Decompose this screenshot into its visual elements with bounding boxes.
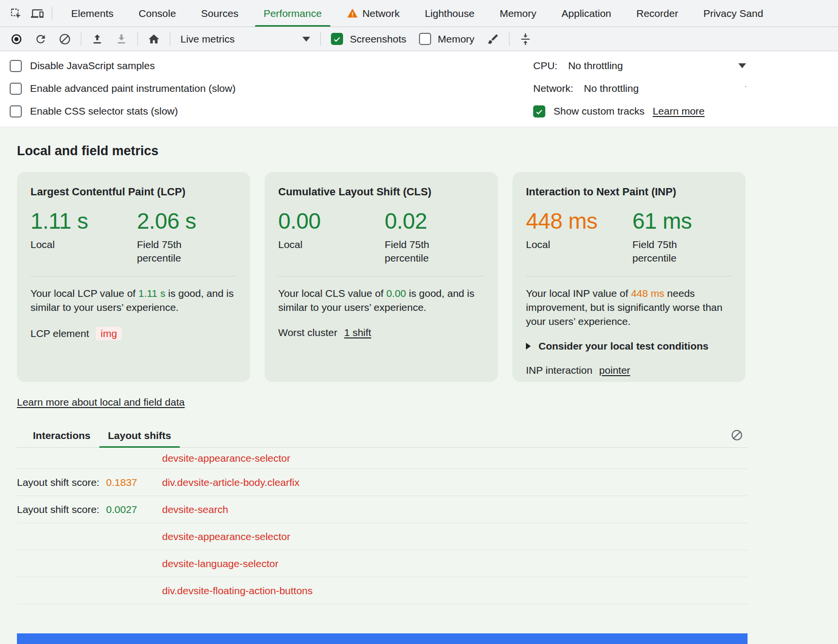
clear-icon[interactable] (53, 29, 76, 49)
tab-application[interactable]: Application (549, 0, 624, 27)
home-icon[interactable] (142, 29, 165, 49)
divider (509, 32, 509, 46)
history-mode-select[interactable]: Live metrics (175, 30, 316, 48)
tab-recorder[interactable]: Recorder (624, 0, 690, 27)
advanced-paint-row: Enable advanced paint instrumentation (s… (10, 81, 236, 96)
inp-card-title: Interaction to Next Paint (INP) (526, 186, 732, 198)
advanced-paint-label: Enable advanced paint instrumentation (s… (30, 83, 236, 94)
gc-brush-icon[interactable] (481, 29, 505, 49)
performance-toolbar: Live metrics Screenshots Memory (0, 27, 838, 51)
advanced-paint-checkbox[interactable] (10, 83, 22, 95)
local-field-metrics-heading: Local and field metrics (17, 144, 838, 159)
local-test-conditions-disclosure[interactable]: Consider your local test conditions (526, 340, 732, 352)
reload-record-icon[interactable] (29, 29, 52, 49)
divider (52, 7, 52, 20)
custom-tracks-learn-more-link[interactable]: Learn more (653, 105, 704, 117)
learn-more-local-field-link[interactable]: Learn more about local and field data (17, 396, 185, 408)
screenshots-checkbox[interactable] (331, 33, 343, 45)
worst-cluster-link[interactable]: 1 shift (344, 327, 371, 338)
screenshot-strip (17, 633, 748, 644)
tab-privacy-sandbox[interactable]: Privacy Sand (691, 0, 776, 27)
tab-interactions[interactable]: Interactions (24, 430, 99, 447)
shift-node-link[interactable]: devsite-appearance-selector (162, 531, 290, 542)
layout-shift-log: devsite-appearance-selector Layout shift… (17, 448, 838, 604)
shift-node-link[interactable]: devsite-appearance-selector (162, 453, 290, 464)
inp-interaction-label: INP interaction (526, 365, 592, 376)
tab-lighthouse[interactable]: Lighthouse (412, 0, 487, 27)
css-selector-stats-label: Enable CSS selector stats (slow) (30, 105, 178, 117)
history-mode-value: Live metrics (180, 33, 235, 45)
screenshots-checkbox-row: Screenshots (325, 33, 412, 45)
live-metrics-panel: Local and field metrics Largest Contentf… (0, 127, 838, 644)
shift-node-link[interactable]: div.devsite-article-body.clearfix (162, 477, 299, 488)
memory-checkbox[interactable] (419, 33, 431, 45)
chevron-down-icon (738, 63, 746, 68)
cls-field-value: 0.02 (385, 208, 457, 234)
tab-network[interactable]: Network (334, 0, 412, 27)
inp-field-value: 61 ms (632, 208, 705, 234)
cls-card-title: Cumulative Layout Shift (CLS) (278, 186, 484, 198)
tab-layout-shifts[interactable]: Layout shifts (99, 430, 180, 447)
layout-shift-row: devsite-appearance-selector (17, 448, 748, 469)
inspect-element-icon[interactable] (6, 4, 26, 23)
local-label: Local (278, 238, 351, 251)
chevron-down-icon (745, 86, 746, 91)
inp-description: Your local INP value of 448 ms needs imp… (526, 286, 733, 329)
show-custom-tracks-checkbox[interactable] (533, 105, 545, 117)
device-toolbar-icon[interactable] (27, 4, 47, 23)
panel-tabs: Elements Console Sources Performance Net… (59, 0, 838, 27)
cpu-throttling-row: CPU: No throttling (533, 58, 746, 73)
tab-sources[interactable]: Sources (189, 0, 251, 27)
css-selector-stats-row: Enable CSS selector stats (slow) (10, 103, 236, 119)
card-divider (278, 276, 484, 277)
devtools-tabbar: Elements Console Sources Performance Net… (0, 0, 838, 27)
cpu-label: CPU: (533, 60, 557, 72)
memory-label: Memory (438, 33, 475, 45)
layout-shift-row: Layout shift score: 0.0027 devsite-searc… (17, 496, 748, 523)
inp-local-value: 448 ms (526, 208, 632, 234)
lcp-inline-value: 1.11 s (138, 288, 165, 299)
collapse-sections-icon[interactable] (514, 29, 537, 49)
clear-log-icon[interactable] (726, 426, 748, 444)
field-75th-label: Field 75th percentile (632, 238, 705, 265)
layout-shift-row: devsite-language-selector (17, 550, 748, 577)
divider (137, 32, 138, 46)
lcp-local-value: 1.11 s (30, 208, 137, 234)
inp-interaction-row: INP interaction pointer (526, 365, 732, 376)
disable-js-samples-checkbox[interactable] (10, 60, 22, 72)
shift-node-link[interactable]: devsite-search (162, 504, 228, 515)
inp-card: Interaction to Next Paint (INP) 448 ms L… (512, 172, 746, 382)
layout-shift-row: devsite-appearance-selector (17, 523, 748, 550)
screenshots-label: Screenshots (350, 33, 406, 45)
triangle-right-icon (526, 343, 531, 350)
cpu-throttling-select[interactable]: CPU: No throttling (533, 60, 746, 72)
throttling-options: CPU: No throttling Network: No throttlin… (533, 58, 746, 119)
tab-elements[interactable]: Elements (59, 0, 126, 27)
devtools-window: Elements Console Sources Performance Net… (0, 0, 838, 644)
inp-interaction-link[interactable]: pointer (599, 365, 630, 376)
layout-shift-row: div.devsite-floating-action-buttons (17, 577, 748, 604)
save-profile-icon[interactable] (110, 29, 133, 49)
network-throttling-select[interactable]: Network: No throttling (533, 83, 746, 94)
tabbar-tools (0, 0, 59, 27)
network-throttling-row: Network: No throttling (533, 81, 746, 96)
card-divider (30, 276, 237, 277)
shift-node-link[interactable]: devsite-language-selector (162, 558, 278, 570)
shift-score-value: 0.0027 (106, 504, 137, 515)
cls-local-value: 0.00 (278, 208, 385, 234)
worst-cluster-row: Worst cluster 1 shift (278, 327, 484, 338)
record-icon[interactable] (5, 29, 28, 49)
tab-performance[interactable]: Performance (251, 0, 334, 27)
css-selector-stats-checkbox[interactable] (10, 105, 22, 117)
cls-inline-value: 0.00 (386, 288, 406, 299)
layout-shift-row: Layout shift score: 0.1837 div.devsite-a… (17, 469, 748, 496)
local-label: Local (526, 238, 599, 251)
warning-icon (347, 8, 358, 19)
shift-node-link[interactable]: div.devsite-floating-action-buttons (162, 585, 313, 597)
lcp-element-node-link[interactable]: img (96, 327, 122, 340)
disable-js-samples-label: Disable JavaScript samples (30, 60, 155, 72)
load-profile-icon[interactable] (86, 29, 109, 49)
divider (320, 32, 321, 46)
tab-console[interactable]: Console (126, 0, 189, 27)
tab-memory[interactable]: Memory (487, 0, 549, 27)
